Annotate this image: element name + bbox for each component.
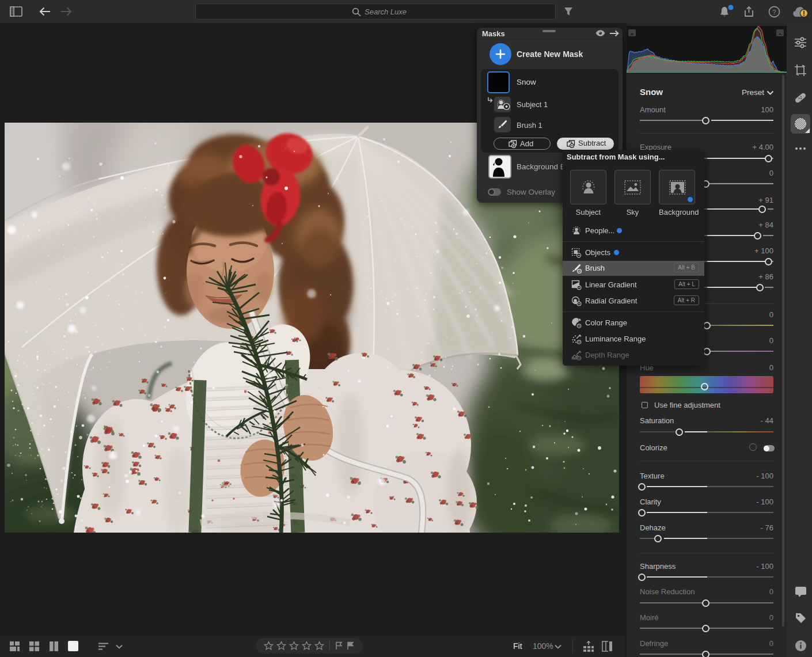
svg-text:?: ? (772, 9, 776, 16)
